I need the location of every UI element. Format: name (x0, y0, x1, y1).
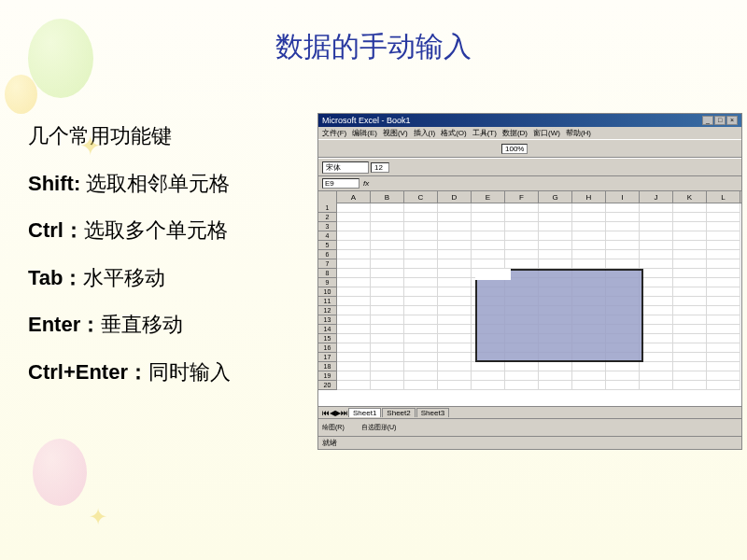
cell[interactable] (606, 362, 640, 371)
cell[interactable] (371, 343, 404, 353)
sheet-tab[interactable]: Sheet2 (382, 408, 415, 417)
cell[interactable] (472, 259, 505, 269)
maximize-button[interactable]: □ (714, 116, 726, 125)
cell[interactable] (438, 241, 472, 250)
row-header[interactable]: 12 (318, 306, 337, 315)
cell[interactable] (707, 343, 740, 353)
cell[interactable] (404, 213, 438, 222)
cell[interactable] (371, 250, 404, 259)
cell[interactable] (438, 343, 472, 353)
cell[interactable] (505, 203, 539, 213)
cell[interactable] (337, 213, 371, 222)
threeD-icon[interactable] (532, 421, 545, 434)
print-icon[interactable] (367, 142, 380, 155)
cell[interactable] (539, 241, 572, 250)
cell[interactable] (371, 269, 404, 278)
cell[interactable] (337, 353, 371, 362)
currency-icon[interactable] (481, 161, 494, 174)
cell[interactable] (640, 213, 673, 222)
cell[interactable] (371, 353, 404, 362)
cell[interactable] (337, 250, 371, 259)
menu-item[interactable]: 工具(T) (472, 128, 497, 138)
underline-icon[interactable] (421, 161, 434, 174)
cell[interactable] (404, 278, 438, 287)
cell[interactable] (337, 222, 371, 231)
row-header[interactable]: 15 (318, 334, 337, 343)
cell[interactable] (572, 259, 606, 269)
cell[interactable] (640, 203, 673, 213)
row-header[interactable]: 5 (318, 241, 337, 250)
cell[interactable] (707, 259, 740, 269)
menu-item[interactable]: 数据(D) (502, 128, 528, 138)
cell[interactable] (438, 306, 472, 315)
cell[interactable] (673, 343, 707, 353)
cell[interactable] (707, 250, 740, 259)
cell[interactable] (673, 306, 707, 315)
cell[interactable] (505, 259, 539, 269)
autoshape-menu[interactable]: 自选图形(U) (361, 423, 397, 432)
tab-nav-first-icon[interactable]: ⏮ (322, 409, 330, 417)
cell[interactable] (371, 381, 404, 390)
cell[interactable] (707, 203, 740, 213)
cell[interactable] (472, 222, 505, 231)
cell[interactable] (572, 362, 606, 371)
cell[interactable] (505, 381, 539, 390)
cell[interactable] (572, 381, 606, 390)
redo-icon[interactable] (442, 142, 455, 155)
draw-menu[interactable]: 绘图(R) (322, 423, 345, 432)
cell[interactable] (404, 306, 438, 315)
cell[interactable] (707, 325, 740, 334)
cell[interactable] (371, 306, 404, 315)
row-header[interactable]: 7 (318, 259, 337, 269)
cell[interactable] (539, 381, 572, 390)
col-header[interactable]: I (606, 191, 640, 203)
fx-icon[interactable]: fx (363, 179, 369, 188)
cell[interactable] (640, 241, 673, 250)
cell[interactable] (438, 371, 472, 381)
cell[interactable] (404, 241, 438, 250)
cell[interactable] (337, 343, 371, 353)
cell[interactable] (707, 353, 740, 362)
textbox-icon[interactable] (458, 421, 471, 434)
oval-icon[interactable] (443, 421, 456, 434)
row-header[interactable]: 8 (318, 269, 337, 278)
shadow-icon[interactable] (517, 421, 530, 434)
fill-color-icon[interactable] (526, 161, 539, 174)
col-header[interactable]: K (673, 191, 707, 203)
cell[interactable] (404, 381, 438, 390)
cell[interactable] (572, 222, 606, 231)
cell[interactable] (404, 269, 438, 278)
cell[interactable] (438, 315, 472, 325)
cell[interactable] (539, 371, 572, 381)
cell[interactable] (640, 343, 673, 353)
row-header[interactable]: 9 (318, 278, 337, 287)
cell[interactable] (404, 297, 438, 306)
sheet-tab[interactable]: Sheet1 (348, 408, 381, 417)
cell[interactable] (673, 278, 707, 287)
cell[interactable] (539, 222, 572, 231)
cell[interactable] (337, 269, 371, 278)
arrow-icon[interactable] (413, 421, 426, 434)
cell[interactable] (673, 231, 707, 241)
cell[interactable] (438, 297, 472, 306)
col-header[interactable]: J (640, 191, 673, 203)
cell[interactable] (371, 315, 404, 325)
cell[interactable] (438, 231, 472, 241)
menu-item[interactable]: 帮助(H) (566, 128, 591, 138)
cell[interactable] (404, 371, 438, 381)
cell[interactable] (673, 269, 707, 278)
cell[interactable] (707, 287, 740, 297)
cell[interactable] (438, 362, 472, 371)
cell[interactable] (640, 306, 673, 315)
row-header[interactable]: 11 (318, 297, 337, 306)
cell[interactable] (371, 213, 404, 222)
new-icon[interactable] (322, 142, 335, 155)
cell[interactable] (337, 259, 371, 269)
cell[interactable] (371, 222, 404, 231)
cell[interactable] (707, 222, 740, 231)
cell[interactable] (539, 213, 572, 222)
cell[interactable] (438, 250, 472, 259)
cell[interactable] (606, 371, 640, 381)
cell[interactable] (438, 213, 472, 222)
row-header[interactable]: 20 (318, 381, 337, 390)
